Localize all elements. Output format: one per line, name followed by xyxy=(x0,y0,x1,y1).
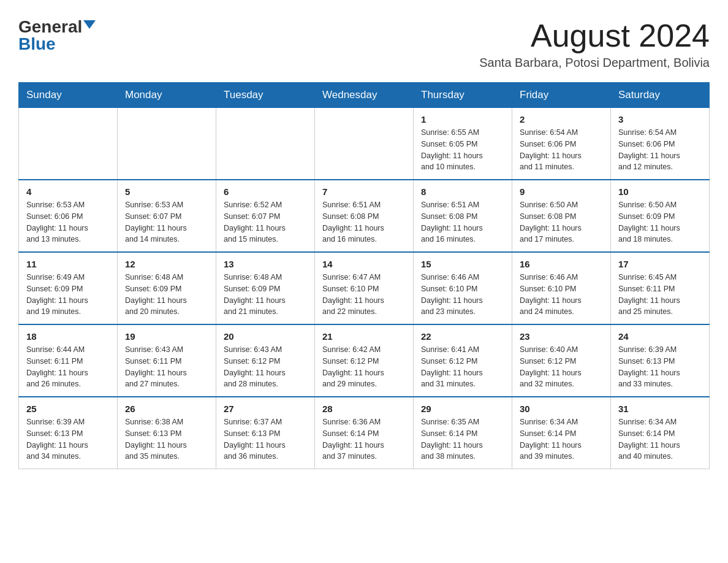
day-number: 27 xyxy=(224,404,307,414)
day-number: 16 xyxy=(520,259,603,269)
day-info: Sunrise: 6:47 AM Sunset: 6:10 PM Dayligh… xyxy=(322,272,406,318)
day-info: Sunrise: 6:55 AM Sunset: 6:05 PM Dayligh… xyxy=(421,127,504,173)
day-info: Sunrise: 6:51 AM Sunset: 6:08 PM Dayligh… xyxy=(322,199,406,245)
col-header-thursday: Thursday xyxy=(414,83,512,108)
calendar-cell: 3Sunrise: 6:54 AM Sunset: 6:06 PM Daylig… xyxy=(611,108,710,180)
day-number: 26 xyxy=(125,404,208,414)
calendar-cell: 27Sunrise: 6:37 AM Sunset: 6:13 PM Dayli… xyxy=(216,397,315,469)
calendar-cell: 10Sunrise: 6:50 AM Sunset: 6:09 PM Dayli… xyxy=(611,180,710,252)
day-info: Sunrise: 6:34 AM Sunset: 6:14 PM Dayligh… xyxy=(520,416,603,462)
calendar-cell: 17Sunrise: 6:45 AM Sunset: 6:11 PM Dayli… xyxy=(611,252,710,324)
logo-blue-text: Blue xyxy=(18,34,56,53)
day-info: Sunrise: 6:48 AM Sunset: 6:09 PM Dayligh… xyxy=(125,272,208,318)
calendar-cell: 18Sunrise: 6:44 AM Sunset: 6:11 PM Dayli… xyxy=(19,324,118,397)
calendar-cell: 20Sunrise: 6:43 AM Sunset: 6:12 PM Dayli… xyxy=(216,324,315,397)
day-number: 18 xyxy=(26,331,110,342)
day-number: 31 xyxy=(618,404,702,414)
day-number: 15 xyxy=(421,259,504,269)
calendar-cell: 15Sunrise: 6:46 AM Sunset: 6:10 PM Dayli… xyxy=(414,252,512,324)
calendar-cell: 25Sunrise: 6:39 AM Sunset: 6:13 PM Dayli… xyxy=(19,397,118,469)
calendar-cell: 11Sunrise: 6:49 AM Sunset: 6:09 PM Dayli… xyxy=(19,252,118,324)
day-number: 29 xyxy=(421,404,504,414)
logo-triangle-icon xyxy=(83,20,96,29)
calendar-week-row: 11Sunrise: 6:49 AM Sunset: 6:09 PM Dayli… xyxy=(19,252,710,324)
day-info: Sunrise: 6:39 AM Sunset: 6:13 PM Dayligh… xyxy=(26,416,110,462)
day-info: Sunrise: 6:54 AM Sunset: 6:06 PM Dayligh… xyxy=(520,127,603,173)
day-number: 7 xyxy=(322,186,406,197)
day-info: Sunrise: 6:41 AM Sunset: 6:12 PM Dayligh… xyxy=(421,344,504,390)
calendar-cell: 7Sunrise: 6:51 AM Sunset: 6:08 PM Daylig… xyxy=(315,180,414,252)
page-header: General Blue August 2024 Santa Barbara, … xyxy=(18,18,710,70)
calendar-cell: 30Sunrise: 6:34 AM Sunset: 6:14 PM Dayli… xyxy=(512,397,611,469)
day-info: Sunrise: 6:53 AM Sunset: 6:07 PM Dayligh… xyxy=(125,199,208,245)
col-header-monday: Monday xyxy=(118,83,216,108)
calendar-cell xyxy=(19,108,118,180)
calendar-cell: 21Sunrise: 6:42 AM Sunset: 6:12 PM Dayli… xyxy=(315,324,414,397)
day-info: Sunrise: 6:46 AM Sunset: 6:10 PM Dayligh… xyxy=(520,272,603,318)
day-number: 20 xyxy=(224,331,307,342)
calendar-header-row: SundayMondayTuesdayWednesdayThursdayFrid… xyxy=(19,83,710,108)
calendar-cell xyxy=(315,108,414,180)
calendar-week-row: 4Sunrise: 6:53 AM Sunset: 6:06 PM Daylig… xyxy=(19,180,710,252)
day-number: 9 xyxy=(520,186,603,197)
calendar-cell xyxy=(118,108,216,180)
calendar-week-row: 18Sunrise: 6:44 AM Sunset: 6:11 PM Dayli… xyxy=(19,324,710,397)
location-title: Santa Barbara, Potosi Department, Bolivi… xyxy=(479,56,710,70)
calendar-cell: 2Sunrise: 6:54 AM Sunset: 6:06 PM Daylig… xyxy=(512,108,611,180)
month-year-title: August 2024 xyxy=(479,18,710,53)
day-number: 4 xyxy=(26,186,110,197)
day-info: Sunrise: 6:44 AM Sunset: 6:11 PM Dayligh… xyxy=(26,344,110,390)
day-number: 30 xyxy=(520,404,603,414)
day-info: Sunrise: 6:38 AM Sunset: 6:13 PM Dayligh… xyxy=(125,416,208,462)
calendar-cell: 12Sunrise: 6:48 AM Sunset: 6:09 PM Dayli… xyxy=(118,252,216,324)
calendar-cell: 28Sunrise: 6:36 AM Sunset: 6:14 PM Dayli… xyxy=(315,397,414,469)
col-header-friday: Friday xyxy=(512,83,611,108)
day-info: Sunrise: 6:50 AM Sunset: 6:08 PM Dayligh… xyxy=(520,199,603,245)
day-number: 5 xyxy=(125,186,208,197)
calendar-cell: 26Sunrise: 6:38 AM Sunset: 6:13 PM Dayli… xyxy=(118,397,216,469)
day-number: 10 xyxy=(618,186,702,197)
title-block: August 2024 Santa Barbara, Potosi Depart… xyxy=(479,18,710,70)
day-info: Sunrise: 6:50 AM Sunset: 6:09 PM Dayligh… xyxy=(618,199,702,245)
day-info: Sunrise: 6:36 AM Sunset: 6:14 PM Dayligh… xyxy=(322,416,406,462)
day-info: Sunrise: 6:54 AM Sunset: 6:06 PM Dayligh… xyxy=(618,127,702,173)
day-info: Sunrise: 6:43 AM Sunset: 6:12 PM Dayligh… xyxy=(224,344,307,390)
col-header-tuesday: Tuesday xyxy=(216,83,315,108)
calendar-cell: 9Sunrise: 6:50 AM Sunset: 6:08 PM Daylig… xyxy=(512,180,611,252)
day-info: Sunrise: 6:49 AM Sunset: 6:09 PM Dayligh… xyxy=(26,272,110,318)
calendar-cell: 31Sunrise: 6:34 AM Sunset: 6:14 PM Dayli… xyxy=(611,397,710,469)
calendar-cell xyxy=(216,108,315,180)
day-info: Sunrise: 6:48 AM Sunset: 6:09 PM Dayligh… xyxy=(224,272,307,318)
day-number: 22 xyxy=(421,331,504,342)
day-number: 17 xyxy=(618,259,702,269)
day-info: Sunrise: 6:37 AM Sunset: 6:13 PM Dayligh… xyxy=(224,416,307,462)
day-number: 21 xyxy=(322,331,406,342)
calendar-cell: 6Sunrise: 6:52 AM Sunset: 6:07 PM Daylig… xyxy=(216,180,315,252)
day-number: 25 xyxy=(26,404,110,414)
day-number: 12 xyxy=(125,259,208,269)
day-info: Sunrise: 6:42 AM Sunset: 6:12 PM Dayligh… xyxy=(322,344,406,390)
calendar-cell: 19Sunrise: 6:43 AM Sunset: 6:11 PM Dayli… xyxy=(118,324,216,397)
day-number: 3 xyxy=(618,114,702,124)
calendar-cell: 4Sunrise: 6:53 AM Sunset: 6:06 PM Daylig… xyxy=(19,180,118,252)
col-header-saturday: Saturday xyxy=(611,83,710,108)
day-info: Sunrise: 6:52 AM Sunset: 6:07 PM Dayligh… xyxy=(224,199,307,245)
calendar-cell: 1Sunrise: 6:55 AM Sunset: 6:05 PM Daylig… xyxy=(414,108,512,180)
day-number: 2 xyxy=(520,114,603,124)
day-number: 11 xyxy=(26,259,110,269)
calendar-week-row: 1Sunrise: 6:55 AM Sunset: 6:05 PM Daylig… xyxy=(19,108,710,180)
col-header-sunday: Sunday xyxy=(19,83,118,108)
day-number: 24 xyxy=(618,331,702,342)
calendar-cell: 16Sunrise: 6:46 AM Sunset: 6:10 PM Dayli… xyxy=(512,252,611,324)
day-info: Sunrise: 6:46 AM Sunset: 6:10 PM Dayligh… xyxy=(421,272,504,318)
day-info: Sunrise: 6:39 AM Sunset: 6:13 PM Dayligh… xyxy=(618,344,702,390)
calendar-cell: 29Sunrise: 6:35 AM Sunset: 6:14 PM Dayli… xyxy=(414,397,512,469)
day-info: Sunrise: 6:51 AM Sunset: 6:08 PM Dayligh… xyxy=(421,199,504,245)
calendar-cell: 24Sunrise: 6:39 AM Sunset: 6:13 PM Dayli… xyxy=(611,324,710,397)
calendar-cell: 22Sunrise: 6:41 AM Sunset: 6:12 PM Dayli… xyxy=(414,324,512,397)
day-number: 1 xyxy=(421,114,504,124)
calendar-cell: 13Sunrise: 6:48 AM Sunset: 6:09 PM Dayli… xyxy=(216,252,315,324)
day-number: 28 xyxy=(322,404,406,414)
day-number: 14 xyxy=(322,259,406,269)
calendar-cell: 8Sunrise: 6:51 AM Sunset: 6:08 PM Daylig… xyxy=(414,180,512,252)
